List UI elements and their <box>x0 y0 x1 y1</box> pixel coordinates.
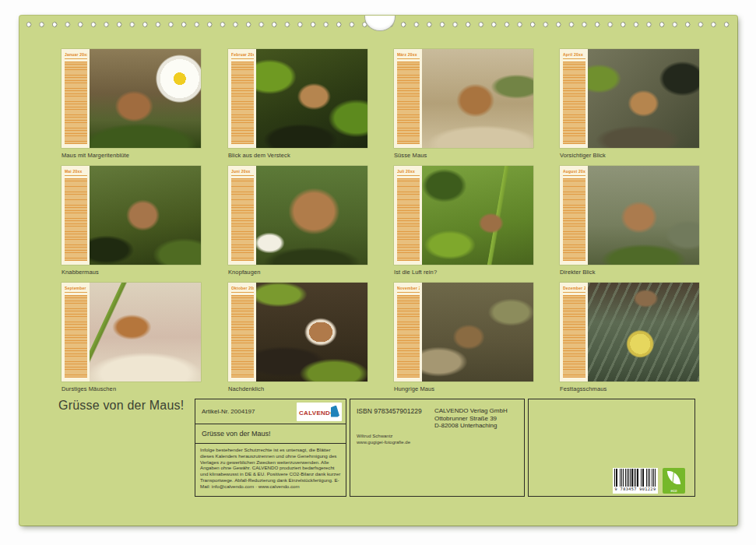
month-label: März 20xx <box>397 52 420 59</box>
month-label: Oktober 20xx <box>231 286 254 293</box>
date-rules <box>231 62 254 144</box>
date-rules <box>563 62 585 144</box>
eco-label: eco <box>663 488 685 493</box>
photo-mouse-on-moss <box>90 166 201 265</box>
photo-caption: Hungrige Maus <box>394 385 533 392</box>
photo-mouse-in-leaves <box>422 283 533 382</box>
date-column: Mai 20xx <box>62 166 90 265</box>
date-rules <box>397 178 420 261</box>
photo-caption: Knabbermaus <box>62 269 201 276</box>
month-panel-december: Dezember 20xx Festtagsschmaus <box>560 283 699 392</box>
photo-mouse-peeking <box>256 49 367 148</box>
month-label: August 20xx <box>563 169 585 176</box>
photo-caption: Ist die Luft rein? <box>394 269 533 276</box>
month-panel-february: Februar 20xx Blick aus dem Versteck <box>228 49 367 159</box>
calendar-title-small: Grüsse von der Maus! <box>195 424 346 444</box>
photo-caption: Direkter Blick <box>560 269 699 276</box>
author-website: www.gugigei-fotografie.de <box>357 440 410 446</box>
month-label: Mai 20xx <box>65 169 87 176</box>
photo-mouse-on-log <box>256 283 367 382</box>
month-panel-june: Juni 20xx Knopfaugen <box>228 166 367 276</box>
date-rules <box>563 178 585 261</box>
calvendo-logo-text: CALVENDO <box>299 410 336 417</box>
date-rules <box>65 178 87 261</box>
month-panel-april: April 20xx Vorsichtiger Blick <box>560 49 699 159</box>
month-panel-may: Mai 20xx Knabbermaus <box>62 166 201 276</box>
calendar-title: Grüsse von der Maus! <box>58 399 184 413</box>
barcode-bars <box>614 469 656 487</box>
article-number: Artikel-Nr. 2004197 <box>202 408 255 415</box>
month-label: November 20xx <box>397 286 420 293</box>
info-box-middle: ISBN 9783457901229 CALVENDO Verlag GmbH … <box>350 399 525 497</box>
publisher-city: D-82008 Unterhaching <box>434 422 508 430</box>
calendar-back-page: Januar 20xx Maus mit Margeritenblüte Feb… <box>19 16 737 526</box>
date-column: Juni 20xx <box>228 166 256 265</box>
date-rules <box>397 62 420 144</box>
leaf-icon <box>667 469 680 486</box>
author-credit: Wiltrud Schwantz www.gugigei-fotografie.… <box>357 434 410 446</box>
isbn: ISBN 9783457901229 <box>357 407 434 430</box>
photo-caption: Maus mit Margeritenblüte <box>62 152 201 159</box>
date-column: Dezember 20xx <box>560 283 588 382</box>
date-column: April 20xx <box>560 49 588 148</box>
photo-mouse-in-foliage <box>422 166 533 265</box>
photo-caption: Vorsichtiger Blick <box>560 152 699 159</box>
photo-caption: Blick aus dem Versteck <box>228 152 367 159</box>
date-column: August 20xx <box>560 166 588 265</box>
month-panel-august: August 20xx Direkter Blick <box>560 166 699 276</box>
month-panel-september: September 20xx Durstiges Mäuschen <box>62 283 201 392</box>
date-column: September 20xx <box>62 283 90 382</box>
legal-text: Infolge bestehender Schutzrechte ist es … <box>195 444 346 496</box>
date-column: Februar 20xx <box>228 49 256 148</box>
barcode: 9 783457 901229 <box>613 468 658 494</box>
month-label: Februar 20xx <box>231 52 254 59</box>
date-column: November 20xx <box>394 283 422 382</box>
date-rules <box>231 295 254 378</box>
barcode-number: 9 783457 901229 <box>614 487 656 491</box>
month-label: Dezember 20xx <box>563 286 585 293</box>
info-box-right: 9 783457 901229 eco <box>528 399 695 497</box>
photo-mouse-on-stone <box>422 49 533 148</box>
calvendo-page-icon <box>331 406 339 417</box>
month-label: September 20xx <box>65 286 87 293</box>
photo-caption: Durstiges Mäuschen <box>62 385 201 392</box>
month-panel-november: November 20xx Hungrige Maus <box>394 283 533 392</box>
info-block: Artikel-Nr. 2004197 CALVENDO Grüsse von … <box>195 399 695 497</box>
photo-mouse-direct-look <box>588 166 699 265</box>
photo-mouse-with-daisy <box>90 49 201 148</box>
photo-mouse-between-branches <box>588 49 699 148</box>
publisher-name: CALVENDO Verlag GmbH <box>434 407 508 415</box>
author-name: Wiltrud Schwantz <box>357 434 410 440</box>
date-rules <box>65 62 87 144</box>
date-column: Oktober 20xx <box>228 283 256 382</box>
info-box-left: Artikel-Nr. 2004197 CALVENDO Grüsse von … <box>195 399 346 497</box>
month-panel-march: März 20xx Süsse Maus <box>394 49 533 159</box>
date-column: März 20xx <box>394 49 422 148</box>
photo-caption: Nachdenklich <box>228 385 367 392</box>
photo-mouse-fir-branch <box>588 283 699 382</box>
month-panel-january: Januar 20xx Maus mit Margeritenblüte <box>62 49 201 159</box>
publisher-street: Ottobrunner Straße 39 <box>434 415 508 423</box>
date-rules <box>65 295 87 378</box>
calvendo-logo: CALVENDO <box>297 403 342 421</box>
month-label: Juli 20xx <box>397 169 420 176</box>
photo-caption: Knopfaugen <box>228 269 367 276</box>
date-column: Januar 20xx <box>62 49 90 148</box>
month-label: Januar 20xx <box>65 52 87 59</box>
photo-caption: Süsse Maus <box>394 152 533 159</box>
date-rules <box>563 295 585 378</box>
month-label: April 20xx <box>563 52 585 59</box>
month-label: Juni 20xx <box>231 169 254 176</box>
photo-mouse-closeup <box>256 166 367 265</box>
photo-mouse-drinking <box>90 283 201 382</box>
month-panel-october: Oktober 20xx Nachdenklich <box>228 283 367 392</box>
date-column: Juli 20xx <box>394 166 422 265</box>
date-rules <box>397 295 420 378</box>
photo-caption: Festtagsschmaus <box>560 385 699 392</box>
eco-logo: eco <box>663 468 685 494</box>
date-rules <box>231 178 254 261</box>
publisher-address: CALVENDO Verlag GmbH Ottobrunner Straße … <box>434 407 508 430</box>
month-panel-july: Juli 20xx Ist die Luft rein? <box>394 166 533 276</box>
